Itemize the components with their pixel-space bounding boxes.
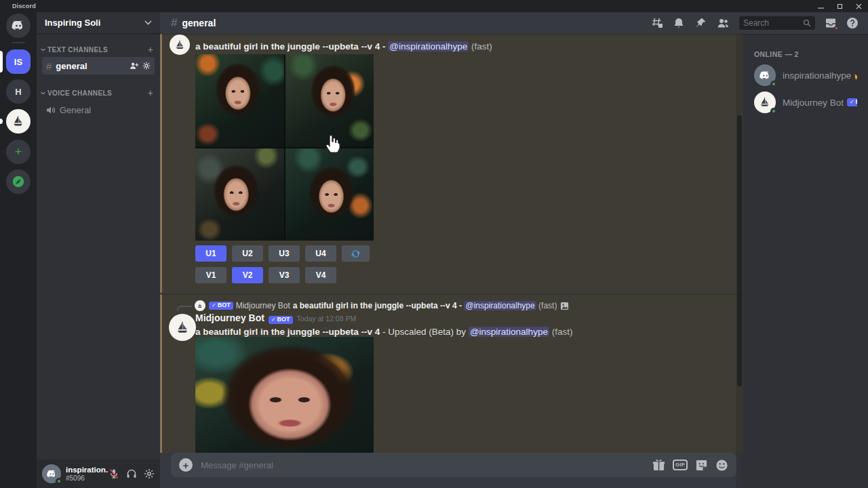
selected-server-indicator bbox=[0, 51, 3, 73]
server-header[interactable]: Inspiring Soli bbox=[37, 12, 160, 34]
mention-pill[interactable]: @inspirationalhype bbox=[469, 327, 549, 337]
grid-image-4[interactable] bbox=[285, 148, 374, 241]
maximize-button[interactable] bbox=[830, 0, 849, 12]
home-button[interactable] bbox=[6, 14, 31, 38]
text-channels-section[interactable]: TEXT CHANNELS + bbox=[37, 43, 160, 56]
member-row-midjourney-bot[interactable]: Midjourney Bot ✓BOT bbox=[749, 89, 863, 115]
refresh-icon bbox=[351, 249, 361, 259]
search-icon bbox=[803, 19, 811, 27]
section-collapse-icon bbox=[41, 48, 45, 51]
explore-servers-button[interactable] bbox=[6, 169, 31, 194]
image-attachment-icon bbox=[560, 302, 569, 310]
sailboat-icon bbox=[11, 114, 26, 129]
voice-channels-section[interactable]: VOICE CHANNELS + bbox=[37, 87, 160, 99]
channel-header: # general bbox=[160, 12, 868, 34]
server-icon-inspiring-soli[interactable]: IS bbox=[6, 49, 31, 74]
variation-button-v3[interactable]: V3 bbox=[269, 267, 300, 283]
search-box[interactable] bbox=[739, 16, 815, 30]
attach-plus-icon[interactable]: + bbox=[179, 458, 193, 472]
message-area[interactable]: a beautiful girl in the junggle --upbeta… bbox=[160, 34, 743, 488]
settings-gear-icon[interactable] bbox=[144, 468, 155, 479]
online-section-header: ONLINE — 2 bbox=[754, 50, 868, 58]
grid-image-2[interactable] bbox=[285, 54, 374, 147]
reply-spine bbox=[177, 306, 192, 311]
member-list: ONLINE — 2 inspirationalhype bbox=[743, 34, 868, 488]
sailboat-icon bbox=[758, 96, 772, 109]
variation-button-v2[interactable]: V2 bbox=[232, 267, 263, 283]
server-icon-h[interactable]: H bbox=[6, 79, 31, 104]
chevron-down-icon bbox=[144, 20, 152, 25]
user-panel: inspiration... #5096 bbox=[37, 460, 160, 488]
member-row-inspirationalhype[interactable]: inspirationalhype bbox=[749, 62, 863, 88]
variation-button-v4[interactable]: V4 bbox=[305, 267, 336, 283]
channel-settings-gear-icon[interactable] bbox=[142, 62, 151, 70]
grid-image-3[interactable] bbox=[195, 148, 284, 241]
mention-pill[interactable]: @inspirationalhype bbox=[388, 41, 469, 52]
chat-scrollbar-thumb[interactable] bbox=[737, 115, 742, 386]
server-icon-midjourney[interactable] bbox=[6, 109, 31, 134]
microphone-muted-icon[interactable] bbox=[108, 468, 119, 479]
midjourney-bot-avatar[interactable] bbox=[170, 35, 190, 55]
midjourney-bot-avatar[interactable] bbox=[169, 314, 196, 341]
server-unread-indicator bbox=[0, 119, 3, 124]
message-input-bar[interactable]: + GIF bbox=[171, 453, 736, 477]
message-input[interactable] bbox=[201, 460, 646, 470]
member-list-icon[interactable] bbox=[716, 17, 730, 29]
message-author[interactable]: Midjourney Bot bbox=[195, 312, 264, 323]
online-status-dot bbox=[770, 81, 777, 87]
gift-icon[interactable] bbox=[652, 459, 665, 472]
inbox-unread-badge bbox=[834, 26, 839, 30]
app-title: Discord bbox=[12, 3, 36, 9]
sidebar-item-general[interactable]: # general bbox=[42, 57, 155, 75]
upscaled-image[interactable] bbox=[195, 337, 374, 453]
pinned-messages-icon[interactable] bbox=[694, 17, 707, 29]
reply-context[interactable]: ✓BOT Midjourney Bot a beautiful girl in … bbox=[162, 300, 569, 311]
sailboat-icon bbox=[197, 302, 203, 309]
bot-badge: ✓BOT bbox=[847, 98, 857, 106]
upscale-button-u4[interactable]: U4 bbox=[305, 245, 336, 262]
discord-logo-icon bbox=[11, 18, 26, 33]
minimize-button[interactable] bbox=[811, 0, 830, 12]
server-owner-crown-icon bbox=[854, 72, 857, 79]
message-content: a beautiful girl in the junggle --upbeta… bbox=[195, 41, 492, 53]
reroll-button[interactable] bbox=[342, 245, 370, 262]
generated-image-grid[interactable] bbox=[195, 54, 374, 241]
sailboat-icon bbox=[174, 319, 191, 336]
variation-button-v1[interactable]: V1 bbox=[195, 267, 226, 283]
sticker-icon[interactable] bbox=[695, 459, 708, 472]
upscale-button-u1[interactable]: U1 bbox=[195, 245, 226, 262]
window-titlebar: Discord bbox=[0, 0, 868, 12]
channel-title: general bbox=[182, 18, 216, 28]
hash-icon: # bbox=[171, 16, 177, 30]
reply-avatar bbox=[195, 300, 205, 311]
section-collapse-icon bbox=[41, 92, 45, 94]
emoji-picker-icon[interactable] bbox=[715, 459, 728, 472]
inbox-icon[interactable] bbox=[825, 17, 837, 29]
upscale-button-u2[interactable]: U2 bbox=[232, 245, 263, 262]
username: inspiration... bbox=[66, 466, 108, 474]
discord-logo-icon bbox=[759, 69, 772, 82]
chat-scrollbar-track[interactable] bbox=[736, 34, 743, 488]
create-text-channel-button[interactable]: + bbox=[148, 45, 153, 54]
compass-icon bbox=[11, 174, 26, 189]
upscale-button-u3[interactable]: U3 bbox=[269, 245, 300, 262]
notifications-bell-icon[interactable] bbox=[673, 17, 685, 29]
invite-people-icon[interactable] bbox=[130, 62, 138, 70]
gif-picker-icon[interactable]: GIF bbox=[673, 460, 688, 470]
bot-badge: ✓BOT bbox=[269, 316, 293, 324]
create-voice-channel-button[interactable]: + bbox=[148, 88, 153, 98]
threads-icon[interactable] bbox=[651, 17, 663, 29]
close-button[interactable] bbox=[849, 0, 868, 12]
server-rail: IS H + bbox=[0, 12, 37, 488]
sidebar-item-voice-general[interactable]: General bbox=[42, 102, 155, 118]
rail-divider bbox=[12, 42, 25, 43]
user-avatar[interactable] bbox=[42, 464, 61, 483]
message-timestamp: Today at 12:08 PM bbox=[297, 314, 357, 323]
help-icon[interactable] bbox=[846, 17, 859, 29]
grid-image-1[interactable] bbox=[195, 54, 284, 147]
add-server-button[interactable]: + bbox=[6, 140, 31, 164]
mention-pill[interactable]: @inspirationalhype bbox=[464, 301, 536, 310]
search-input[interactable] bbox=[743, 18, 803, 28]
headphones-icon[interactable] bbox=[126, 468, 137, 479]
member-avatar bbox=[754, 92, 776, 113]
